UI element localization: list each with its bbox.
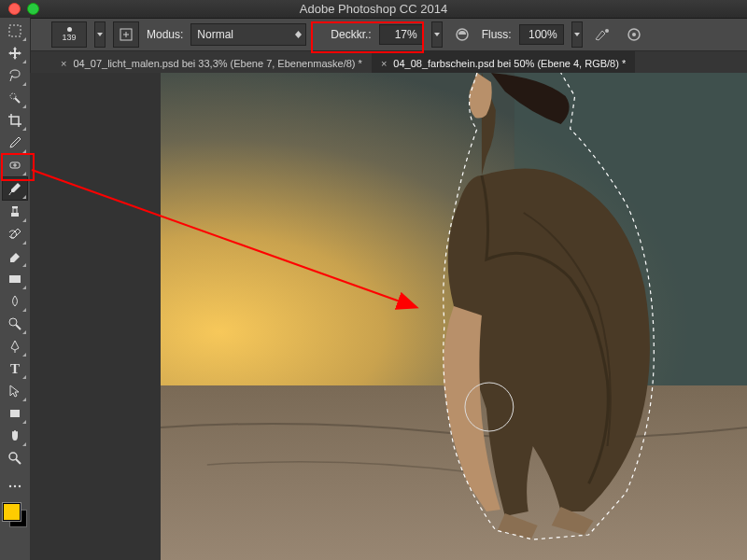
color-swatches[interactable] [3,503,27,527]
svg-marker-8 [574,33,580,36]
canvas-area[interactable] [30,73,747,560]
path-select-tool[interactable] [3,380,27,402]
crop-tool[interactable] [3,109,27,132]
healing-brush-tool[interactable] [3,154,27,176]
close-tab-icon[interactable]: × [381,58,387,69]
flow-value: 100% [529,28,557,41]
svg-point-26 [9,485,11,487]
gradient-tool[interactable] [3,268,27,290]
svg-line-25 [16,459,21,464]
document-image[interactable] [161,73,747,560]
tab-label: 04_07_licht_malen.psd bei 33,3% (Ebene 7… [73,58,361,69]
eyedropper-tool[interactable] [3,132,27,154]
brush-tool[interactable] [2,176,28,201]
pen-tool[interactable] [3,335,27,357]
brush-preset-picker[interactable]: 139 [51,21,87,48]
opacity-input[interactable]: 17% [379,24,424,45]
options-bar: 139 Modus: Normal Deckkr.: 17% Fluss: [0,19,747,51]
blur-tool[interactable] [3,290,27,313]
foreground-color-swatch[interactable] [3,503,21,521]
flow-label: Fluss: [482,28,512,41]
history-brush-tool[interactable] [3,223,27,245]
brush-panel-button[interactable] [113,21,139,48]
pressure-size-button[interactable] [622,22,646,47]
move-tool[interactable] [3,42,27,64]
flow-input[interactable]: 100% [519,24,564,45]
zoom-tool[interactable] [3,447,27,469]
brush-size-value: 139 [62,33,76,42]
brush-dot-icon [67,27,72,32]
svg-marker-0 [97,33,103,36]
svg-rect-23 [10,410,20,417]
svg-rect-17 [11,213,19,217]
minimize-window-button[interactable] [27,3,39,15]
close-tab-icon[interactable]: × [61,58,66,69]
document-tab[interactable]: × 04_07_licht_malen.psd bei 33,3% (Ebene… [51,51,372,75]
svg-rect-18 [12,206,18,208]
svg-point-9 [605,29,609,33]
marquee-tool[interactable] [3,20,27,42]
tools-panel: T [0,18,31,560]
blend-mode-select[interactable]: Normal [190,23,306,46]
opacity-label: Deckkr.: [331,28,371,41]
hand-tool[interactable] [3,425,27,447]
lasso-tool[interactable] [3,64,27,87]
clone-stamp-tool[interactable] [3,201,27,223]
opacity-value: 17% [395,28,417,41]
titlebar: Adobe Photoshop CC 2014 [0,0,747,19]
document-tab[interactable]: × 04_08_farbschein.psd bei 50% (Ebene 4,… [372,51,635,75]
window-controls [8,3,39,15]
svg-point-28 [19,485,21,487]
mode-label: Modus: [147,28,183,41]
tab-label: 04_08_farbschein.psd bei 50% (Ebene 4, R… [393,58,626,69]
airbrush-button[interactable] [590,22,614,47]
eraser-tool[interactable] [3,245,27,268]
dodge-tool[interactable] [3,313,27,335]
svg-point-21 [9,318,17,326]
svg-marker-6 [434,33,440,36]
svg-marker-5 [295,35,302,38]
close-window-button[interactable] [8,3,21,15]
blend-mode-value: Normal [197,28,233,41]
svg-rect-12 [9,25,21,36]
svg-point-11 [632,33,636,36]
quick-select-tool[interactable] [3,87,27,109]
opacity-dropdown[interactable] [431,21,443,48]
type-tool[interactable]: T [3,357,27,380]
edit-toolbar-button[interactable] [3,475,27,497]
brush-preset-dropdown[interactable] [94,21,106,48]
flow-dropdown[interactable] [571,21,583,48]
app-title: Adobe Photoshop CC 2014 [0,2,747,16]
rectangle-tool[interactable] [3,402,27,425]
pressure-opacity-button[interactable] [450,22,474,47]
svg-point-27 [14,485,16,487]
svg-rect-19 [9,275,21,283]
svg-point-24 [9,453,17,460]
